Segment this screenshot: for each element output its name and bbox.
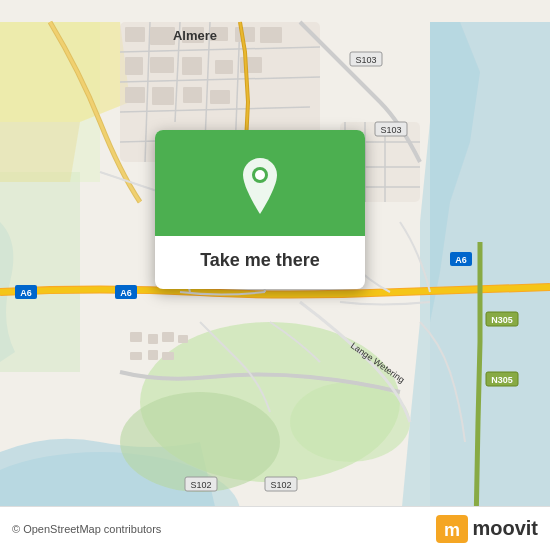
svg-rect-27 xyxy=(240,57,262,73)
svg-text:N305: N305 xyxy=(491,315,513,325)
bottom-bar: © OpenStreetMap contributors m moovit xyxy=(0,506,550,550)
svg-text:A6: A6 xyxy=(120,288,132,298)
svg-text:S103: S103 xyxy=(380,125,401,135)
moovit-text: moovit xyxy=(472,517,538,540)
svg-text:S103: S103 xyxy=(355,55,376,65)
popup-green-area xyxy=(155,130,365,236)
svg-rect-36 xyxy=(130,352,142,360)
svg-rect-23 xyxy=(125,57,143,75)
svg-rect-35 xyxy=(178,335,188,343)
svg-rect-28 xyxy=(125,87,145,103)
svg-rect-25 xyxy=(182,57,202,75)
svg-text:S102: S102 xyxy=(270,480,291,490)
svg-text:S102: S102 xyxy=(190,480,211,490)
moovit-icon: m xyxy=(436,515,468,543)
svg-rect-32 xyxy=(130,332,142,342)
svg-rect-29 xyxy=(152,87,174,105)
svg-rect-34 xyxy=(162,332,174,342)
svg-rect-17 xyxy=(125,27,145,42)
svg-rect-21 xyxy=(235,27,255,42)
svg-rect-26 xyxy=(215,60,233,74)
svg-text:m: m xyxy=(444,520,460,540)
svg-text:A6: A6 xyxy=(455,255,467,265)
popup-card: Take me there xyxy=(155,130,365,289)
svg-rect-38 xyxy=(162,352,174,360)
svg-rect-33 xyxy=(148,334,158,344)
svg-point-5 xyxy=(290,382,410,462)
svg-rect-24 xyxy=(150,57,174,73)
svg-text:A6: A6 xyxy=(20,288,32,298)
svg-rect-18 xyxy=(150,27,175,45)
location-pin-icon xyxy=(236,158,284,214)
svg-text:Almere: Almere xyxy=(173,28,217,43)
take-me-there-button[interactable]: Take me there xyxy=(155,236,365,289)
svg-rect-37 xyxy=(148,350,158,360)
svg-rect-22 xyxy=(260,27,282,43)
map-container: A6 A6 A6 S103 S103 N305 N305 S102 S1 xyxy=(0,0,550,550)
svg-text:N305: N305 xyxy=(491,375,513,385)
svg-rect-30 xyxy=(183,87,202,103)
osm-credit: © OpenStreetMap contributors xyxy=(12,523,161,535)
svg-rect-6 xyxy=(0,172,80,372)
svg-point-67 xyxy=(255,170,265,180)
svg-rect-31 xyxy=(210,90,230,104)
moovit-logo: m moovit xyxy=(436,515,538,543)
